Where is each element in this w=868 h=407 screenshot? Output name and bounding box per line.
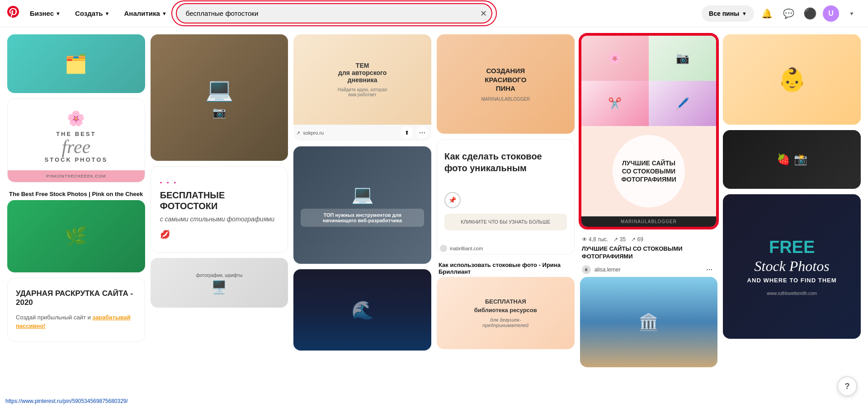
pin-card-baby[interactable]: 👶 (723, 34, 861, 125)
pin-card-luchshie-highlighted[interactable]: 🌸 📷 ✂️ 🖊️ ЛУЧШИЕ САЙТЫ СО СТОКОВЫМИ ФОТО… (580, 34, 718, 228)
header-right-controls: Все пины ▼ 🔔 💬 ⚫ U ▼ (702, 5, 861, 23)
account-chevron-button[interactable]: ▼ (843, 5, 861, 23)
pin-card-best-free-stock[interactable]: 🌸 THE BEST free STOCK PHOTOS PINKONTHECH… (7, 98, 145, 182)
chevron-down-icon: ▼ (162, 11, 167, 16)
pinterest-logo[interactable] (7, 6, 19, 21)
notifications-bell-button[interactable]: 🔔 (758, 5, 776, 23)
pin-stats-luchshie: 👁 4,8 тыс. ↗ 35 ↗ 69 (580, 234, 718, 245)
create-label: Создать (75, 9, 103, 17)
author-avatar: a (582, 265, 591, 274)
all-pins-button[interactable]: Все пины ▼ (702, 5, 754, 22)
search-container: ✕ (176, 3, 492, 23)
message-icon: 💬 (783, 8, 794, 19)
analytics-label: Аналитика (124, 9, 160, 17)
pin-card-biblioteka[interactable]: БЕСПЛАТНАЯбиблиотека ресурсов для девуше… (437, 277, 575, 349)
business-label: Бизнес (30, 9, 54, 17)
business-menu-button[interactable]: Бизнес ▼ (24, 6, 66, 21)
pin-card-fruits[interactable]: 🍓 📸 (723, 130, 861, 189)
author-name: alisa.lemer (594, 267, 621, 273)
pin-card-besplatnye[interactable]: • • • БЕСПЛАТНЫЕ ФОТОСТОКИ с самыми стил… (151, 166, 288, 253)
pin-meta-kak: Как использовать стоковые фото - Ирина Б… (437, 260, 575, 277)
search-input[interactable] (176, 3, 492, 23)
pin-card-laptop-coffee[interactable]: 💻 ТОП нужных инструментов для начинающег… (293, 146, 431, 264)
pin-card-sozdaniya[interactable]: СОЗДАНИЯКРАСИВОГОПИНА MARINAULABLOGGER (437, 34, 575, 134)
pin-card-laptop[interactable]: 💻 📷 (151, 34, 288, 161)
dot-icon: ⚫ (803, 7, 817, 20)
pins-grid: 🗂️ 🌸 THE BEST free STOCK PHOTOS PINKONTH… (0, 27, 868, 374)
pin-meta: The Best Free Stock Photos | Pink on the… (7, 188, 145, 200)
pin-card-blog-theme[interactable]: ТЕМдля авторскогодневника Найдите идею, … (293, 34, 431, 141)
analytics-menu-button[interactable]: Аналитика ▼ (118, 6, 172, 21)
pin-author-bar: a alisa.lemer ⋯ (580, 262, 718, 277)
pin-card-udar[interactable]: УДАРНАЯ РАСКРУТКА САЙТА - 2020 Создай пр… (7, 278, 145, 342)
pin-card-desktop-theme[interactable]: фотографии, шрифты 🖥️ (151, 258, 288, 308)
pin-card[interactable]: 🗂️ (7, 34, 145, 93)
pin-meta-luchshie: ЛУЧШИЕ САЙТЫ СО СТОКОВЫМИ ФОТОГРАФИЯМИ (580, 245, 718, 262)
chevron-down-icon: ▼ (56, 11, 61, 16)
search-clear-button[interactable]: ✕ (480, 9, 487, 19)
pin-card-free-stock-teal[interactable]: FREE Stock Photos AND WHERE TO FIND THEM… (723, 194, 861, 339)
all-pins-label: Все пины (709, 10, 739, 17)
pin-card-kak-sdelat[interactable]: Как сделать стоковое фото уникальным 📌 К… (437, 139, 575, 254)
user-avatar-button[interactable]: U (823, 5, 839, 22)
notification-dot-button[interactable]: ⚫ (801, 5, 819, 23)
views-count: 👁 4,8 тыс. (582, 236, 609, 243)
chevron-down-icon: ▼ (742, 11, 747, 16)
pin-title-luchshie: ЛУЧШИЕ САЙТЫ СО СТОКОВЫМИ ФОТОГРАФИЯМИ (582, 245, 716, 261)
repins-count-1: ↗ 35 (613, 236, 626, 243)
pin-more-options-button[interactable]: ⋯ (703, 263, 716, 276)
pin-card[interactable]: 🌿 (7, 200, 145, 272)
messages-button[interactable]: 💬 (779, 5, 797, 23)
pin-card-lighthouse[interactable]: 🏛️ (580, 277, 718, 367)
bell-icon: 🔔 (761, 8, 773, 19)
create-menu-button[interactable]: Создать ▼ (70, 6, 115, 21)
main-header: Бизнес ▼ Создать ▼ Аналитика ▼ ✕ Все пин… (0, 0, 868, 27)
avatar-initial: U (828, 9, 834, 18)
pin-title: The Best Free Stock Photos | Pink on the… (9, 191, 143, 198)
pin-title-kak: Как использовать стоковые фото - Ирина Б… (439, 262, 573, 275)
pin-card-dark-water[interactable]: 🌊 (293, 269, 431, 351)
chevron-down-icon: ▼ (849, 11, 854, 16)
repins-count-2: ↗ 69 (631, 236, 643, 243)
chevron-down-icon: ▼ (105, 11, 110, 16)
